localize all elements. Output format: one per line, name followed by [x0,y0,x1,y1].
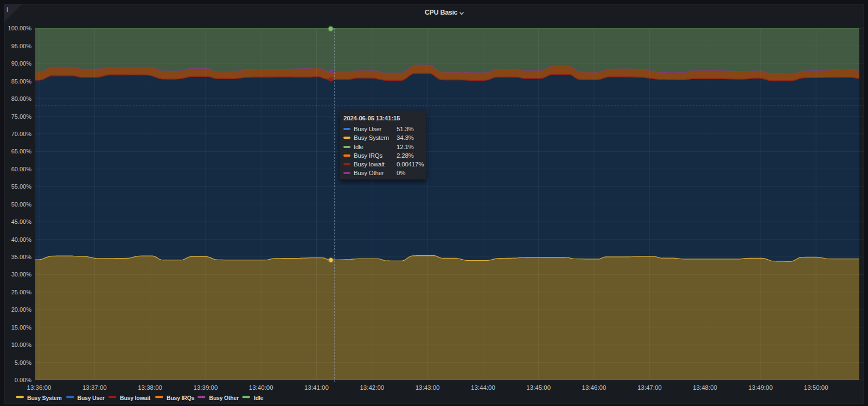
svg-text:65.00%: 65.00% [11,148,32,154]
svg-text:13:39:00: 13:39:00 [194,384,218,391]
svg-text:95.00%: 95.00% [11,43,32,49]
svg-text:75.00%: 75.00% [11,113,32,120]
svg-text:60.00%: 60.00% [11,166,32,172]
svg-text:13:50:00: 13:50:00 [804,384,828,391]
svg-text:100.00%: 100.00% [8,25,32,31]
svg-text:10.00%: 10.00% [11,341,32,348]
svg-text:15.00%: 15.00% [11,324,32,331]
svg-text:70.00%: 70.00% [11,131,32,137]
svg-text:5.00%: 5.00% [15,359,31,366]
svg-text:13:36:00: 13:36:00 [27,384,52,391]
svg-text:Idle: Idle [254,395,264,401]
svg-text:85.00%: 85.00% [11,78,32,85]
svg-text:55.00%: 55.00% [11,183,32,190]
svg-text:Busy User: Busy User [78,395,105,401]
svg-text:Busy Iowait: Busy Iowait [120,395,151,401]
svg-text:40.00%: 40.00% [11,236,32,243]
svg-text:13:43:00: 13:43:00 [416,384,440,391]
svg-text:0.00%: 0.00% [15,377,31,383]
svg-text:25.00%: 25.00% [11,289,32,295]
svg-text:90.00%: 90.00% [11,60,32,67]
svg-text:13:44:00: 13:44:00 [471,384,495,391]
svg-text:13:38:00: 13:38:00 [138,384,162,391]
svg-text:Busy IRQs: Busy IRQs [167,395,195,401]
svg-text:13:42:00: 13:42:00 [360,384,384,391]
svg-text:30.00%: 30.00% [11,271,32,278]
svg-text:80.00%: 80.00% [11,95,32,102]
svg-text:20.00%: 20.00% [11,306,32,313]
svg-text:CPU Basic: CPU Basic [425,9,458,16]
svg-text:13:46:00: 13:46:00 [582,384,607,391]
svg-text:i: i [7,6,8,14]
svg-text:13:49:00: 13:49:00 [749,384,773,391]
svg-text:50.00%: 50.00% [11,201,32,208]
svg-text:Busy System: Busy System [27,395,62,401]
svg-text:35.00%: 35.00% [11,254,32,260]
svg-text:13:48:00: 13:48:00 [693,384,717,391]
svg-text:13:47:00: 13:47:00 [637,384,662,391]
svg-text:Busy Other: Busy Other [209,395,239,401]
svg-text:13:40:00: 13:40:00 [249,384,273,391]
svg-text:13:41:00: 13:41:00 [304,384,329,391]
svg-text:45.00%: 45.00% [11,218,32,225]
svg-text:13:37:00: 13:37:00 [82,384,107,391]
svg-text:13:45:00: 13:45:00 [526,384,551,391]
